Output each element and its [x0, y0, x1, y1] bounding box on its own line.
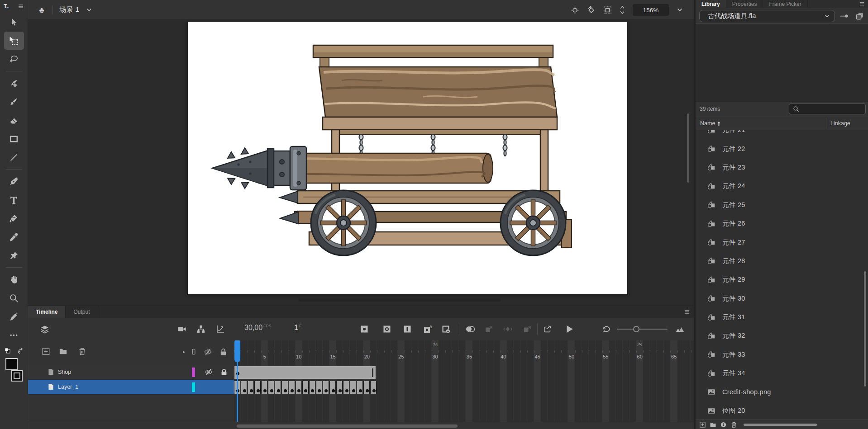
keyframe-cell[interactable]: [363, 381, 370, 394]
delete-layer-icon[interactable]: [78, 347, 86, 356]
tool-more-tools[interactable]: [4, 326, 24, 344]
layer-color-chip[interactable]: [192, 382, 195, 392]
document-select[interactable]: 古代战场道具.fla: [699, 10, 835, 22]
layer-row-layer_1[interactable]: Layer_1: [28, 380, 234, 395]
library-item[interactable]: 元件 26: [696, 214, 868, 233]
tool-eyedropper[interactable]: [4, 228, 24, 246]
keyframe-nav-icon[interactable]: [503, 325, 512, 334]
tab-frame-picker[interactable]: Frame Picker: [763, 0, 807, 8]
outline-column-icon[interactable]: [190, 348, 197, 355]
column-name[interactable]: Name: [700, 120, 722, 127]
library-item[interactable]: 元件 34: [696, 364, 868, 382]
library-item[interactable]: 元件 22: [696, 139, 868, 158]
scene-name[interactable]: 场景 1: [59, 5, 80, 14]
tab-output[interactable]: Output: [66, 306, 98, 318]
keyframe-cell[interactable]: [302, 381, 309, 394]
tool-free-transform[interactable]: [4, 32, 24, 50]
highlight-column-icon[interactable]: [180, 349, 187, 356]
hide-all-layers-icon[interactable]: [204, 348, 212, 356]
keyframe-cell[interactable]: [275, 381, 281, 394]
keyframe-cell[interactable]: [281, 381, 288, 394]
library-item[interactable]: 元件 27: [696, 233, 868, 251]
keyframe-cell[interactable]: [316, 381, 322, 394]
tool-paint-bucket[interactable]: [4, 209, 24, 227]
parenting-view-icon[interactable]: [196, 325, 205, 334]
keyframe-cell[interactable]: [343, 381, 349, 394]
library-item[interactable]: 元件 25: [696, 196, 868, 214]
clip-content-icon[interactable]: [603, 6, 612, 14]
keyframe-cell[interactable]: [336, 381, 343, 394]
library-panel-menu-icon[interactable]: [859, 1, 865, 7]
tools-panel-menu-icon[interactable]: [18, 3, 24, 9]
column-separator[interactable]: [826, 118, 826, 129]
layer-color-chip[interactable]: [192, 368, 195, 377]
tool-asset-warp[interactable]: [4, 246, 24, 264]
keyframe-cell[interactable]: [357, 381, 363, 394]
tab-properties[interactable]: Properties: [726, 0, 763, 8]
keyframe-cell[interactable]: [241, 381, 247, 394]
frame-span[interactable]: [234, 366, 376, 379]
frame-view-icon[interactable]: [675, 325, 684, 334]
keyframe-cell[interactable]: [323, 381, 329, 394]
timeline-panel-menu-icon[interactable]: [684, 309, 690, 315]
scene-dropdown-icon[interactable]: [86, 7, 92, 13]
tool-text[interactable]: [4, 191, 24, 209]
lock-all-layers-icon[interactable]: [219, 348, 228, 356]
timeline-hscrollbar[interactable]: [237, 424, 458, 428]
keyframe-cell[interactable]: [261, 381, 267, 394]
default-colors-icon[interactable]: [4, 347, 11, 354]
library-item[interactable]: 元件 21: [696, 130, 868, 139]
frame-row-layer_1[interactable]: [234, 380, 694, 395]
library-item[interactable]: 位图 20: [696, 401, 868, 420]
library-vscrollbar[interactable]: [864, 271, 866, 387]
zoom-dropdown-icon[interactable]: [677, 7, 683, 13]
tool-fluid-brush[interactable]: [4, 74, 24, 92]
pasteboard[interactable]: [28, 20, 694, 306]
library-item[interactable]: 元件 30: [696, 289, 868, 308]
zoom-level-input[interactable]: 156%: [633, 4, 669, 16]
tab-library[interactable]: Library: [696, 0, 726, 8]
extend-frames-icon[interactable]: [484, 325, 493, 334]
tool-hand[interactable]: [4, 270, 24, 288]
new-folder-icon[interactable]: [710, 421, 716, 428]
keyframe-cell[interactable]: [329, 381, 336, 394]
remove-frame-icon[interactable]: [441, 325, 450, 334]
fps-indicator[interactable]: 30,00FPS: [244, 324, 272, 332]
tool-rectangle[interactable]: [4, 130, 24, 148]
delete-item-icon[interactable]: [730, 421, 737, 428]
keyframe-cell[interactable]: [370, 381, 377, 394]
symbols-breadcrumb-icon[interactable]: ♣: [37, 5, 46, 14]
fill-color-swatch[interactable]: [11, 370, 23, 382]
duplicate-frames-icon[interactable]: [523, 325, 532, 334]
layer-hidden-icon[interactable]: [205, 368, 213, 376]
frame-size-slider[interactable]: [617, 329, 668, 330]
item-properties-icon[interactable]: [720, 421, 727, 428]
playhead[interactable]: [234, 340, 240, 362]
keyframe-cell[interactable]: [254, 381, 261, 394]
library-hscrollbar[interactable]: [744, 424, 817, 426]
keyframe-cell[interactable]: [350, 381, 356, 394]
new-layer-icon[interactable]: [42, 347, 50, 356]
pin-library-icon[interactable]: [839, 11, 849, 21]
column-linkage[interactable]: Linkage: [830, 120, 850, 127]
frames-area[interactable]: 1s2s5101520253035404550556065: [234, 340, 694, 422]
insert-blank-keyframe-icon[interactable]: [382, 325, 391, 334]
keyframe-cell[interactable]: [248, 381, 254, 394]
onion-skin-icon[interactable]: [465, 324, 475, 334]
tool-eraser[interactable]: [4, 111, 24, 129]
tool-zoom[interactable]: [4, 289, 24, 307]
keyframe-cell[interactable]: [296, 381, 302, 394]
tool-lasso[interactable]: [4, 50, 24, 68]
insert-frame-icon[interactable]: [403, 325, 412, 334]
play-button[interactable]: [564, 324, 574, 334]
new-symbol-icon[interactable]: [699, 421, 706, 428]
reset-timeline-zoom-icon[interactable]: [602, 325, 611, 334]
library-item[interactable]: 元件 28: [696, 252, 868, 270]
loop-playback-icon[interactable]: [543, 325, 552, 334]
tool-pencil[interactable]: [4, 307, 24, 325]
library-search-input[interactable]: [789, 104, 866, 114]
tool-pen[interactable]: [4, 172, 24, 190]
tool-selection[interactable]: [4, 13, 24, 31]
frame-row-shop[interactable]: [234, 365, 694, 380]
camera-icon[interactable]: [177, 325, 186, 334]
